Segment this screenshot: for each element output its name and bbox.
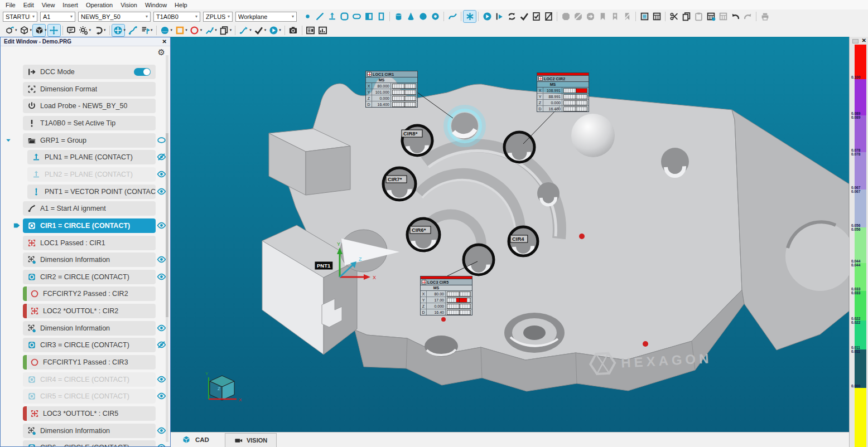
circle-select-icon[interactable]: [189, 25, 201, 36]
command-item-loc3[interactable]: LOC3 *OUTTOL* : CIR5: [23, 406, 156, 421]
command-item-pln2[interactable]: PLN2 = PLANE (CONTACT): [27, 167, 156, 182]
workplane-select[interactable]: ZPLUS▾: [203, 12, 233, 22]
gear-icon[interactable]: ⚙: [158, 48, 165, 56]
close-icon[interactable]: ✕: [862, 37, 866, 44]
command-item-dimension[interactable]: Dimension Information: [23, 424, 156, 438]
done-icon[interactable]: [518, 11, 530, 22]
square-slot-feature-icon[interactable]: [363, 11, 375, 22]
menu-insert[interactable]: Insert: [59, 1, 82, 9]
eye-off-icon[interactable]: [157, 340, 166, 349]
tip-select[interactable]: T1A0B0▾: [153, 12, 200, 22]
eye-icon[interactable]: [157, 323, 166, 333]
loop-icon[interactable]: [505, 11, 518, 22]
plane-feature-icon[interactable]: [326, 11, 338, 22]
cone-feature-icon[interactable]: [404, 11, 417, 22]
command-item-cir3[interactable]: CIR3 = CIRCLE (CONTACT): [23, 338, 156, 352]
measurement-label-loc1cir1[interactable]: LOC1 CIR1MSX80.000Y101.000Z0.000D16.400: [365, 71, 418, 108]
command-item-a1[interactable]: A1 = Start Al ignment: [23, 201, 156, 216]
marker-skip-icon[interactable]: [621, 11, 633, 22]
eye-ring-icon[interactable]: [157, 135, 166, 145]
edit-window-scrollbar[interactable]: [166, 55, 168, 442]
break-icon[interactable]: [572, 11, 584, 22]
menu-help[interactable]: Help: [171, 1, 191, 9]
view-orientation-dropdown-icon[interactable]: ▾: [15, 28, 17, 32]
path-lines-icon[interactable]: [127, 25, 139, 36]
snapshot-icon[interactable]: [287, 25, 300, 36]
view-orientation-icon[interactable]: [3, 25, 16, 36]
continue-icon[interactable]: [584, 11, 596, 22]
paste-icon[interactable]: [692, 11, 705, 22]
eye-off-icon[interactable]: [157, 152, 166, 162]
close-icon[interactable]: ✕: [162, 38, 167, 45]
feature-tag-pnt1[interactable]: PNT1: [315, 262, 332, 269]
eye-icon[interactable]: [157, 375, 166, 384]
command-item-cir4[interactable]: CIR4 = CIRCLE (CONTACT): [23, 372, 156, 387]
command-item-cir1[interactable]: CIR1 = CIRCLE (CONTACT): [23, 218, 156, 233]
command-item-load[interactable]: Load Probe - NEW5_BY_50: [23, 99, 156, 113]
round-slot-feature-icon[interactable]: [350, 11, 363, 22]
command-item-pnt1[interactable]: PNT1 = VECTOR POINT (CONTACT): [27, 184, 156, 199]
probe-toolbox-dropdown-icon[interactable]: ▾: [151, 28, 153, 32]
command-item-pln1[interactable]: PLN1 = PLANE (CONTACT): [27, 150, 156, 164]
graph-analysis-icon[interactable]: [203, 25, 215, 36]
alignment-select[interactable]: A1▾: [40, 12, 75, 22]
settings-icon[interactable]: [78, 25, 90, 36]
cylinder-feature-icon[interactable]: [392, 11, 404, 22]
grid-icon[interactable]: [717, 11, 729, 22]
circle-select-dropdown-icon[interactable]: ▾: [200, 28, 202, 32]
report-list-icon[interactable]: [638, 11, 650, 22]
command-item-dimension[interactable]: Dimension Format: [23, 82, 156, 96]
eye-icon[interactable]: [157, 187, 166, 196]
line-feature-icon[interactable]: [314, 11, 326, 22]
rectangle-feature-icon[interactable]: [375, 11, 387, 22]
report-window-icon[interactable]: [305, 25, 317, 36]
feature-tag-cir8[interactable]: CIR8*: [402, 130, 422, 137]
comment-icon[interactable]: [65, 25, 78, 36]
rotate-view-dropdown-icon[interactable]: ▾: [104, 28, 106, 32]
scrollbar-thumb[interactable]: [166, 133, 168, 317]
translate-view-dropdown-icon[interactable]: ▾: [124, 28, 126, 32]
command-item-dcc[interactable]: DCC Mode: [23, 65, 156, 79]
eye-icon[interactable]: [157, 426, 166, 435]
feature-tag-cir7[interactable]: CIR7*: [386, 176, 407, 183]
measurement-label-loc3cir5[interactable]: LOC3 CIR5MSX80.00Y17.00Z0.000D16.40: [420, 276, 472, 315]
rotate-view-icon[interactable]: [92, 25, 104, 36]
surface-mode-dropdown-icon[interactable]: ▾: [171, 28, 173, 32]
command-item-fcfcirty1[interactable]: FCFCIRTY1 Passed : CIR3: [23, 355, 156, 370]
translate-view-icon[interactable]: [112, 25, 124, 36]
copy-pattern-dropdown-icon[interactable]: ▾: [230, 28, 232, 32]
graph-analysis-dropdown-icon[interactable]: ▾: [215, 28, 217, 32]
copy-icon[interactable]: [680, 11, 692, 22]
view-select[interactable]: Workplane▾: [235, 12, 297, 22]
eye-icon[interactable]: [157, 391, 166, 401]
menu-file[interactable]: File: [2, 1, 20, 9]
menu-edit[interactable]: Edit: [20, 1, 38, 9]
command-item-loc1[interactable]: LOC1 Passed : CIR1: [23, 236, 156, 250]
surface-mode-icon[interactable]: [159, 25, 171, 36]
expander-chevron-icon[interactable]: [5, 137, 12, 144]
confirm-dropdown-icon[interactable]: ▾: [264, 28, 267, 32]
probe-toolbox-icon[interactable]: [139, 25, 151, 36]
tab-vision[interactable]: VISION: [225, 433, 277, 447]
cut-icon[interactable]: [668, 11, 680, 22]
menu-vision[interactable]: Vision: [117, 1, 141, 9]
solid-view-dropdown-icon[interactable]: ▾: [45, 28, 47, 32]
settings-dropdown-icon[interactable]: ▾: [89, 28, 91, 32]
paste-special-icon[interactable]: [705, 11, 717, 22]
measurement-path-dropdown-icon[interactable]: ▾: [249, 28, 252, 32]
program-select[interactable]: STARTUP▾: [3, 12, 37, 22]
execute-from-cursor-icon[interactable]: [493, 11, 505, 22]
print-icon[interactable]: [759, 11, 771, 22]
command-item-grp1[interactable]: GRP1 = Group: [23, 133, 156, 148]
circle-feature-icon[interactable]: [338, 11, 350, 22]
eye-icon[interactable]: [157, 221, 166, 230]
point-feature-icon[interactable]: [301, 11, 314, 22]
tab-cad[interactable]: CAD: [182, 433, 209, 447]
dcc-mode-toggle[interactable]: [134, 68, 151, 76]
discard-report-icon[interactable]: [542, 11, 554, 22]
auto-feature-icon[interactable]: [464, 11, 476, 22]
eye-icon[interactable]: [157, 255, 166, 264]
sphere-feature-icon[interactable]: [417, 11, 429, 22]
wireframe-view-icon[interactable]: [18, 25, 31, 36]
measurement-label-loc2cir2[interactable]: LOC2 CIR2MSX108.991Y88.991Z0.000D16.400: [537, 72, 589, 112]
